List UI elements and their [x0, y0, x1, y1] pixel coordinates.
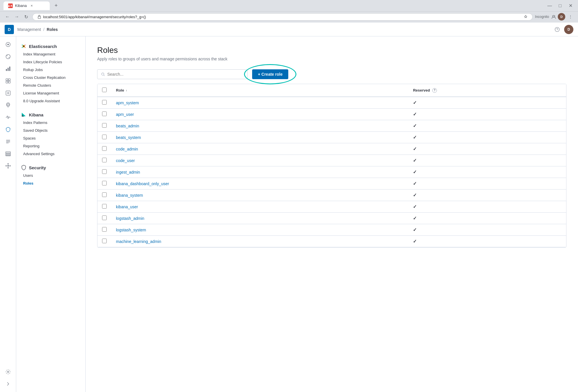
maximize-button[interactable]: □ [556, 2, 564, 10]
sidebar-item-reporting[interactable]: Reporting [16, 142, 85, 150]
address-bar[interactable]: localhost:5601/app/kibana#/management/se… [32, 13, 533, 21]
forward-button[interactable]: → [13, 13, 21, 21]
nav-home[interactable] [2, 39, 14, 50]
row-checkbox-cell [97, 236, 111, 247]
sidebar-item-index-management[interactable]: Index Management [16, 50, 85, 58]
row-checkbox[interactable] [102, 100, 107, 105]
nav-visualize[interactable] [2, 63, 14, 75]
select-all-header [97, 84, 111, 97]
user-menu-avatar[interactable]: D [564, 25, 573, 34]
svg-point-4 [555, 27, 559, 31]
role-link[interactable]: kibana_dashboard_only_user [116, 181, 169, 186]
role-link[interactable]: beats_admin [116, 124, 139, 128]
svg-rect-12 [8, 68, 8, 71]
reserved-checkmark: ✓ [413, 204, 417, 209]
sidebar-item-license-management[interactable]: License Management [16, 89, 85, 97]
row-checkbox[interactable] [102, 146, 107, 151]
row-checkbox[interactable] [102, 158, 107, 162]
svg-rect-25 [5, 153, 10, 155]
nav-infrastructure[interactable] [2, 148, 14, 159]
select-all-checkbox[interactable] [102, 88, 107, 92]
role-link[interactable]: ingest_admin [116, 170, 140, 174]
row-checkbox[interactable] [102, 239, 107, 243]
sidebar-divider-1 [16, 105, 85, 109]
sidebar-item-index-patterns[interactable]: Index Patterns [16, 119, 85, 127]
nav-management[interactable] [2, 366, 14, 378]
row-checkbox[interactable] [102, 192, 107, 197]
breadcrumb-parent[interactable]: Management [17, 27, 41, 32]
sidebar-item-upgrade-assistant[interactable]: 8.0 Upgrade Assistant [16, 97, 85, 105]
back-button[interactable]: ← [3, 13, 12, 21]
sidebar-item-users[interactable]: Users [16, 172, 85, 179]
role-link[interactable]: kibana_system [116, 193, 143, 198]
role-link[interactable]: logstash_admin [116, 216, 144, 221]
row-checkbox[interactable] [102, 181, 107, 185]
sidebar-item-remote-clusters[interactable]: Remote Clusters [16, 81, 85, 89]
row-checkbox-cell [97, 166, 111, 178]
sidebar-item-rollup-jobs[interactable]: Rollup Jobs [16, 66, 85, 74]
sidebar-item-advanced-settings[interactable]: Advanced Settings [16, 150, 85, 158]
role-link[interactable]: kibana_user [116, 205, 138, 209]
nav-discover[interactable] [2, 51, 14, 62]
svg-point-7 [7, 44, 9, 45]
sidebar-item-spaces[interactable]: Spaces [16, 134, 85, 142]
role-link[interactable]: machine_learning_admin [116, 239, 161, 244]
role-link[interactable]: beats_system [116, 135, 141, 140]
menu-button[interactable]: ⋮ [566, 13, 575, 21]
nav-apm[interactable] [2, 112, 14, 123]
row-checkbox[interactable] [102, 169, 107, 174]
row-checkbox[interactable] [102, 215, 107, 220]
sidebar-item-saved-objects[interactable]: Saved Objects [16, 127, 85, 134]
toolbar-row: + Create role [97, 69, 566, 79]
url-text: localhost:5601/app/kibana#/management/se… [43, 15, 522, 19]
row-checkbox-cell [97, 213, 111, 224]
star-icon[interactable] [524, 15, 528, 19]
sidebar-item-roles[interactable]: Roles [16, 179, 85, 187]
user-avatar[interactable]: D [558, 13, 565, 21]
role-column-header[interactable]: Role ↑ [111, 84, 408, 97]
role-link[interactable]: code_user [116, 158, 135, 163]
svg-point-2 [552, 16, 553, 16]
create-role-button[interactable]: + Create role [252, 69, 288, 79]
nav-dashboard[interactable] [2, 75, 14, 87]
search-input[interactable] [107, 72, 244, 77]
row-checkbox[interactable] [102, 112, 107, 116]
space-avatar[interactable]: D [5, 25, 14, 34]
nav-ml[interactable] [2, 160, 14, 172]
role-name-cell: apm_user [111, 109, 408, 120]
row-checkbox[interactable] [102, 123, 107, 128]
row-checkbox[interactable] [102, 135, 107, 139]
sidebar-item-cross-cluster-replication[interactable]: Cross Cluster Replication [16, 74, 85, 81]
row-checkbox-cell [97, 155, 111, 166]
reload-button[interactable]: ↻ [22, 13, 30, 21]
incognito-indicator: Incognito [535, 14, 557, 20]
reserved-column-header: Reserved ? [408, 84, 566, 97]
browser-tab-active[interactable]: Kibana × [3, 1, 50, 10]
tab-close-button[interactable]: × [29, 3, 34, 8]
nav-security[interactable] [2, 124, 14, 135]
search-box[interactable] [97, 69, 248, 79]
reserved-checkmark: ✓ [413, 158, 417, 163]
role-link[interactable]: code_admin [116, 147, 138, 151]
new-tab-button[interactable]: + [52, 2, 60, 10]
home-icon [5, 42, 11, 47]
row-checkbox[interactable] [102, 204, 107, 209]
nav-logs[interactable] [2, 136, 14, 147]
role-name-cell: kibana_user [111, 201, 408, 213]
role-link[interactable]: logstash_system [116, 228, 146, 232]
sidebar-item-index-lifecycle-policies[interactable]: Index Lifecycle Policies [16, 58, 85, 66]
role-name-cell: beats_admin [111, 120, 408, 132]
minimize-button[interactable]: — [546, 2, 554, 10]
row-checkbox-cell [97, 224, 111, 236]
nav-collapse[interactable] [2, 378, 14, 390]
help-button[interactable] [553, 25, 562, 34]
role-link[interactable]: apm_user [116, 112, 134, 117]
close-window-button[interactable]: ✕ [566, 2, 575, 10]
role-link[interactable]: apm_system [116, 101, 139, 105]
role-name-cell: logstash_system [111, 224, 408, 236]
nav-canvas[interactable] [2, 87, 14, 99]
reserved-help-icon[interactable]: ? [432, 88, 437, 93]
row-checkbox[interactable] [102, 227, 107, 232]
row-checkbox-cell [97, 109, 111, 120]
nav-maps[interactable] [2, 99, 14, 111]
